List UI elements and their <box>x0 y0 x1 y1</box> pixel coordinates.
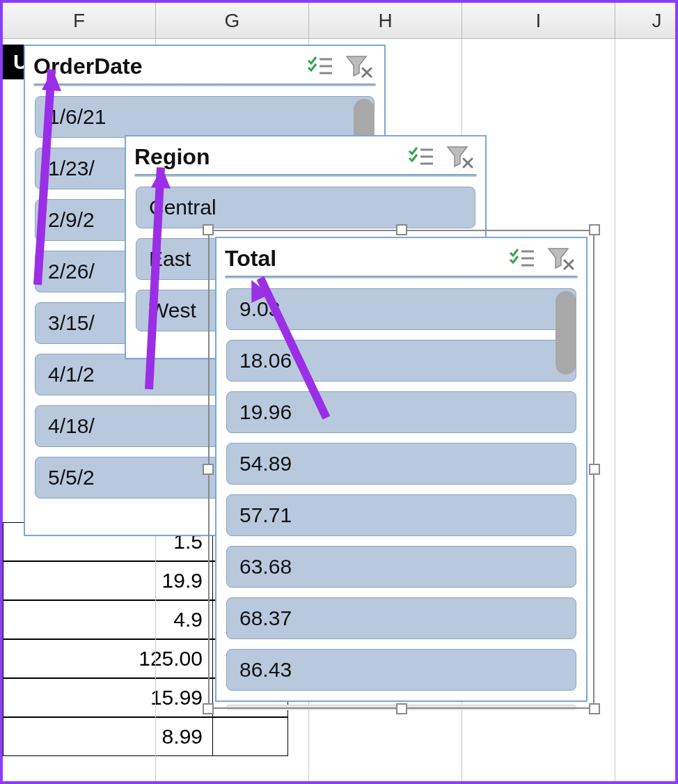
selection-handle[interactable] <box>589 464 600 475</box>
column-header[interactable]: G <box>156 3 309 38</box>
slicer-item[interactable]: 63.68 <box>226 546 576 588</box>
cell[interactable]: 15.99 <box>3 678 213 717</box>
slicer-title: Total <box>225 246 500 272</box>
slicer-titlebar[interactable]: Region <box>126 136 485 174</box>
slicer-item[interactable]: 86.43 <box>226 649 576 691</box>
cell[interactable]: 4.9 <box>3 600 213 639</box>
cell[interactable]: 19.9 <box>3 561 213 600</box>
column-header[interactable]: J <box>615 3 678 38</box>
annotation-arrowhead <box>42 69 63 91</box>
slicer-title: OrderDate <box>33 54 298 79</box>
column-header[interactable]: I <box>462 3 615 38</box>
multiselect-icon[interactable] <box>505 244 539 272</box>
cell[interactable]: 8.99 <box>3 717 213 756</box>
cell[interactable]: 125.00 <box>3 639 213 678</box>
slicer-item[interactable]: Central <box>136 187 475 228</box>
slicer-titlebar[interactable]: OrderDate <box>25 46 384 84</box>
slicer-title: Region <box>134 144 399 170</box>
slicer-item[interactable]: 18.06 <box>226 340 576 382</box>
slicer-item[interactable]: 1/6/21 <box>35 96 375 138</box>
column-divider <box>615 39 615 781</box>
selection-handle[interactable] <box>203 703 214 714</box>
clear-filter-icon[interactable] <box>443 143 477 171</box>
slicer-item[interactable]: 57.71 <box>226 494 576 536</box>
slicer-item[interactable]: 54.89 <box>226 443 576 485</box>
multiselect-icon[interactable] <box>303 52 337 80</box>
cell[interactable] <box>213 717 288 756</box>
selection-handle[interactable] <box>589 703 600 714</box>
multiselect-icon[interactable] <box>404 143 438 171</box>
slicer-item[interactable]: 68.37 <box>226 597 576 639</box>
column-header[interactable]: F <box>3 3 156 38</box>
selection-handle[interactable] <box>396 224 407 235</box>
column-header-band: FGHIJ <box>3 3 675 39</box>
name-box-fragment: Ur <box>3 45 24 79</box>
selection-handle[interactable] <box>589 224 600 235</box>
selection-handle[interactable] <box>396 703 407 714</box>
slicer-item[interactable]: 19.96 <box>226 391 576 433</box>
selection-handle[interactable] <box>203 464 214 475</box>
column-header[interactable]: H <box>309 3 462 38</box>
clear-filter-icon[interactable] <box>544 244 578 272</box>
annotation-arrowhead <box>151 166 172 188</box>
scrollbar-thumb[interactable] <box>555 291 576 375</box>
slicer-titlebar[interactable]: Total <box>216 238 586 276</box>
slicer-items: 9.0318.0619.9654.8957.7163.6868.3786.43 <box>216 279 586 705</box>
clear-filter-icon[interactable] <box>342 52 376 80</box>
selection-handle[interactable] <box>203 224 214 235</box>
viewport: { "columns": [ { "letter": "F", "left": … <box>0 0 678 784</box>
